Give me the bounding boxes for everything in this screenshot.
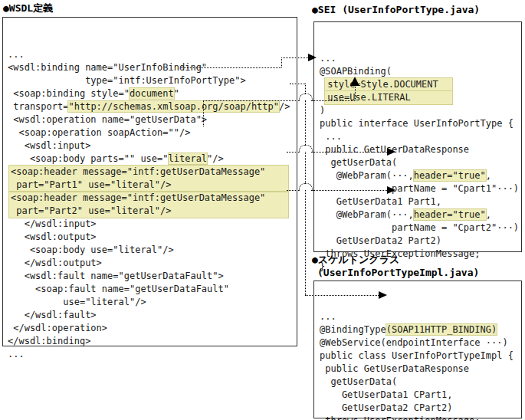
dashed-line xyxy=(355,87,356,100)
code-line: public GetUserDataResponse xyxy=(320,143,521,156)
code-line: use=Use.LITERAL xyxy=(320,91,521,104)
code-line: <soap:operation soapAction=""/> xyxy=(8,126,297,139)
sei-code: ...@SOAPBinding( style=Style.DOCUMENT us… xyxy=(314,48,521,274)
code-line: <soap:header message="intf:getUserDataMe… xyxy=(11,192,288,205)
code-line: <soap:fault name="getUserDataFault" xyxy=(8,283,297,296)
highlight: style=Style.DOCUMENT xyxy=(325,78,452,91)
arrowhead-right-icon xyxy=(387,148,395,156)
code-line: </wsdl:fault> xyxy=(8,309,297,322)
code-line: <wsdl:operation name="getUserData"> xyxy=(8,113,297,126)
highlight-block: <soap:header message="intf:getUserDataMe… xyxy=(9,166,288,192)
code-line: ... xyxy=(320,130,521,143)
code-line: ) xyxy=(320,104,521,117)
code-line: GetUserData2 Part2) xyxy=(320,235,521,248)
highlight: document xyxy=(130,88,174,99)
highlight: header="true" xyxy=(414,170,486,181)
code-line: </wsdl:input> xyxy=(8,218,297,231)
dashed-line xyxy=(305,152,306,183)
code-line: <wsdl:input> xyxy=(8,139,297,153)
arrowhead-up-icon xyxy=(350,77,359,86)
code-line: throws UserExceptionMessage; xyxy=(320,415,521,420)
skeleton-code: ...@BindingType(SOAP11HTTP_BINDING)@WebS… xyxy=(314,307,521,420)
code-line: partName = "Cpart2"···) xyxy=(320,221,521,235)
highlight: literal xyxy=(169,153,208,164)
dashed-line xyxy=(203,100,299,101)
code-line: ... xyxy=(8,348,297,361)
dashed-line xyxy=(305,295,379,296)
code-line: @WebParam(···,header="true", xyxy=(320,169,521,182)
code-line: getUserData( xyxy=(320,376,521,389)
code-line: getUserData( xyxy=(320,156,521,169)
dashed-line xyxy=(287,152,299,153)
code-line: <wsdl:output> xyxy=(8,231,297,244)
dashed-line xyxy=(181,67,281,68)
wsdl-section-title: ●WSDL定義 xyxy=(3,2,53,14)
code-line: @BindingType(SOAP11HTTP_BINDING) xyxy=(320,323,521,336)
skeleton-code-box: ...@BindingType(SOAP11HTTP_BINDING)@WebS… xyxy=(313,281,522,418)
code-line: </wsdl:output> xyxy=(8,257,297,270)
code-line: </wsdl:binding> xyxy=(8,335,297,348)
code-line: </wsdl:operation> xyxy=(8,322,297,335)
code-line: GetUserData2 CPart2) xyxy=(320,402,521,415)
code-line: @WebService(endpointInterface ···) xyxy=(320,336,521,349)
code-line: <soap:header message="intf:getUserDataMe… xyxy=(11,166,288,179)
highlight-block: <soap:header message="intf:getUserDataMe… xyxy=(9,192,288,218)
code-line: part="Part1" use="literal"/> xyxy=(11,179,288,192)
wsdl-code: ...<wsdl:binding name="UserInfoBinding" … xyxy=(3,44,297,361)
code-line: public class UserInfoPortTypeImpl { xyxy=(320,349,521,363)
code-line: transport="http://schemas.xmlsoap.org/so… xyxy=(8,100,297,113)
highlight: header="true" xyxy=(414,209,486,220)
code-line: <soap:body parts="" use="literal"/> xyxy=(8,153,297,166)
code-line: } xyxy=(320,261,521,274)
arrowhead-right-icon xyxy=(308,54,317,61)
dashed-line xyxy=(203,100,204,126)
dashed-line xyxy=(305,84,306,94)
code-line: ... xyxy=(320,52,521,65)
code-line: throws UserExceptionMessage; xyxy=(320,248,521,261)
code-line: ... xyxy=(320,310,521,323)
code-line: GetUserData1 Part1, xyxy=(320,195,521,208)
dashed-line xyxy=(311,190,387,191)
sei-code-box: ...@SOAPBinding( style=Style.DOCUMENT us… xyxy=(313,21,522,252)
dashed-line xyxy=(311,100,355,101)
code-line: <wsdl:fault name="getUserDataFault"> xyxy=(8,270,297,283)
code-line: @WebParam(···,header="true", xyxy=(320,208,521,221)
code-line: partName = "Cpart1"···) xyxy=(320,182,521,195)
sei-section-title: ●SEI (UserInfoPortType.java) xyxy=(312,4,480,15)
dashed-line xyxy=(281,57,308,58)
code-line: ... xyxy=(8,48,297,61)
dashed-line xyxy=(305,190,306,295)
dashed-line xyxy=(305,100,306,145)
code-line: public GetUserDataResponse xyxy=(320,363,521,376)
highlight: use=Use.LITERAL xyxy=(325,91,452,104)
code-line: use="literal"/> xyxy=(8,296,297,309)
highlight: "http://schemas.xmlsoap.org/soap/http" xyxy=(68,101,279,112)
code-line: <soap:binding style="document" xyxy=(8,87,297,100)
dashed-line xyxy=(311,152,387,153)
highlight: (SOAP11HTTP_BINDING) xyxy=(386,324,497,335)
dashed-line xyxy=(281,57,282,67)
code-line: public interface UserInfoPortType { xyxy=(320,117,521,130)
wsdl-code-box: ...<wsdl:binding name="UserInfoBinding" … xyxy=(2,17,297,346)
dashed-line xyxy=(287,190,299,191)
code-line: <soap:body use="literal"/> xyxy=(8,244,297,257)
dashed-line xyxy=(290,84,305,84)
code-line: GetUserData1 CPart1, xyxy=(320,389,521,402)
arrowhead-right-icon xyxy=(387,186,395,194)
code-line: type="intf:UserInfoPortType"> xyxy=(8,74,297,87)
arrowhead-right-icon xyxy=(379,291,387,299)
code-line: part="Part2" use="literal"/> xyxy=(11,205,288,218)
wsdl-mapping-diagram: ●WSDL定義 ●SEI (UserInfoPortType.java) ●スケ… xyxy=(0,0,525,420)
